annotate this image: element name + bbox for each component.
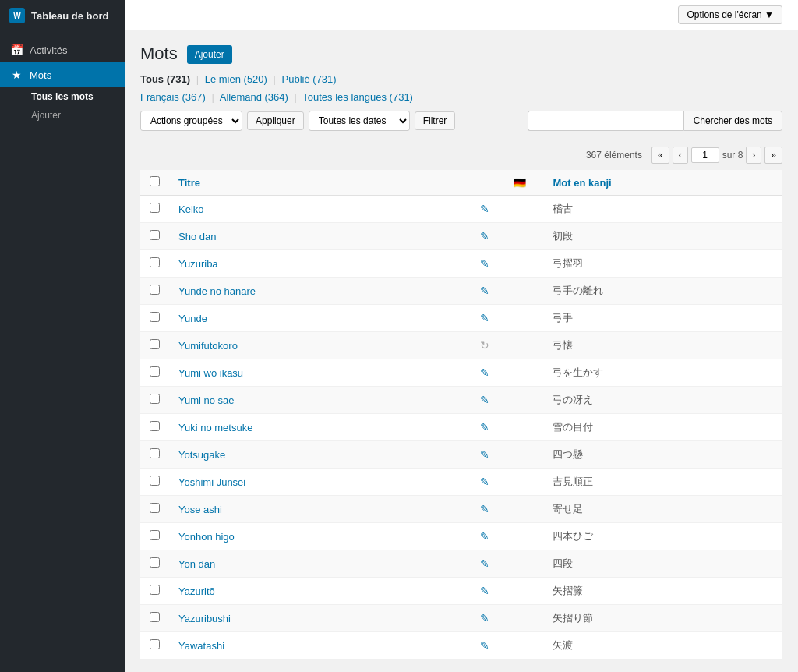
row-checkbox-5[interactable] bbox=[150, 312, 160, 322]
edit-icon[interactable]: ✎ bbox=[480, 557, 489, 570]
search-input[interactable] bbox=[528, 111, 683, 131]
word-title-link[interactable]: Yawatashi bbox=[178, 640, 224, 652]
calendar-icon: 📅 bbox=[9, 44, 23, 56]
edit-icon[interactable]: ✎ bbox=[480, 503, 489, 515]
kanji-cell: 弓手の離れ bbox=[543, 278, 782, 305]
col-header-kanji[interactable]: Mot en kanji bbox=[543, 170, 782, 196]
edit-icon[interactable]: ✎ bbox=[480, 612, 489, 624]
table-row: Yawatashi✎矢渡 bbox=[140, 632, 782, 660]
col-header-title[interactable]: Titre bbox=[169, 170, 465, 196]
word-title-link[interactable]: Yumi no sae bbox=[178, 394, 235, 406]
row-checkbox-2[interactable] bbox=[150, 230, 160, 240]
edit-icon[interactable]: ✎ bbox=[480, 285, 489, 297]
word-title-link[interactable]: Keiko bbox=[178, 203, 204, 215]
word-title-link[interactable]: Yazuribushi bbox=[178, 613, 231, 624]
word-title-link[interactable]: Yoshimi Junsei bbox=[178, 476, 245, 488]
row-checkbox-4[interactable] bbox=[150, 285, 160, 295]
edit-icon[interactable]: ✎ bbox=[480, 448, 489, 461]
row-checkbox-16[interactable] bbox=[150, 612, 160, 622]
options-de-lecran-button[interactable]: Options de l'écran ▼ bbox=[678, 5, 782, 24]
sidebar-logo[interactable]: W Tableau de bord bbox=[0, 0, 125, 31]
filter-le-mien[interactable]: Le mien (520) bbox=[205, 73, 267, 85]
edit-icon[interactable]: ✎ bbox=[480, 530, 489, 543]
table-row: Yumi wo ikasu✎弓を生かす bbox=[140, 359, 782, 387]
main-content: Options de l'écran ▼ Mots Ajouter Tous (… bbox=[125, 0, 798, 672]
row-checkbox-3[interactable] bbox=[150, 257, 160, 267]
row-checkbox-9[interactable] bbox=[150, 421, 160, 431]
edit-icon[interactable]: ✎ bbox=[480, 421, 489, 433]
row-checkbox-6[interactable] bbox=[150, 339, 160, 349]
row-checkbox-10[interactable] bbox=[150, 448, 160, 458]
prev-page-button[interactable]: ‹ bbox=[673, 147, 688, 164]
word-title-link[interactable]: Yonhon higo bbox=[178, 531, 235, 543]
page-number-input[interactable] bbox=[691, 147, 719, 163]
table-row: Yuzuriba✎弓擢羽 bbox=[140, 250, 782, 278]
table-row: Yumi no sae✎弓の冴え bbox=[140, 387, 782, 414]
search-button[interactable]: Chercher des mots bbox=[683, 111, 782, 131]
word-title-link[interactable]: Yunde bbox=[178, 313, 207, 324]
table-body: Keiko✎稽古Sho dan✎初段Yuzuriba✎弓擢羽Yunde no h… bbox=[140, 196, 782, 660]
word-title-link[interactable]: Yuzuriba bbox=[178, 258, 218, 270]
row-checkbox-17[interactable] bbox=[150, 639, 160, 649]
row-checkbox-14[interactable] bbox=[150, 557, 160, 568]
sidebar-logo-text: Tableau de bord bbox=[31, 10, 108, 22]
row-checkbox-12[interactable] bbox=[150, 503, 160, 513]
table-row: Yotsugake✎四つ懸 bbox=[140, 441, 782, 469]
edit-icon[interactable]: ✎ bbox=[480, 585, 489, 597]
table-row: Yuki no metsuke✎雪の目付 bbox=[140, 414, 782, 441]
table-row: Yunde✎弓手 bbox=[140, 305, 782, 332]
next-page-button[interactable]: › bbox=[746, 147, 761, 164]
word-title-link[interactable]: Yumi wo ikasu bbox=[178, 367, 243, 379]
last-page-button[interactable]: » bbox=[764, 147, 782, 164]
col-header-edit bbox=[465, 170, 504, 196]
word-title-link[interactable]: Yuki no metsuke bbox=[178, 422, 252, 433]
filter-tous[interactable]: Tous (731) bbox=[140, 73, 190, 85]
word-title-link[interactable]: Yon dan bbox=[178, 558, 215, 570]
row-checkbox-7[interactable] bbox=[150, 366, 160, 377]
search-area: Chercher des mots bbox=[528, 111, 782, 131]
select-all-checkbox[interactable] bbox=[150, 176, 160, 186]
filter-francais[interactable]: Français (367) bbox=[140, 91, 206, 103]
sync-icon[interactable]: ↻ bbox=[480, 339, 489, 352]
actions-groupees-select[interactable]: Actions groupées Modifier Supprimer bbox=[140, 111, 242, 131]
word-title-link[interactable]: Yazuritō bbox=[178, 585, 215, 597]
filter-allemand[interactable]: Allemand (364) bbox=[220, 91, 288, 103]
edit-icon[interactable]: ✎ bbox=[480, 312, 489, 324]
sidebar-item-activites[interactable]: 📅 Activités bbox=[0, 37, 125, 62]
apply-button[interactable]: Appliquer bbox=[247, 111, 304, 130]
edit-icon[interactable]: ✎ bbox=[480, 476, 489, 488]
kanji-cell: 弓を生かす bbox=[543, 359, 782, 387]
german-flag-icon: 🇩🇪 bbox=[514, 177, 526, 189]
add-button[interactable]: Ajouter bbox=[187, 45, 232, 64]
row-checkbox-8[interactable] bbox=[150, 394, 160, 404]
row-checkbox-15[interactable] bbox=[150, 585, 160, 595]
sidebar-subitem-tous-les-mots[interactable]: Tous les mots bbox=[22, 87, 125, 106]
edit-icon[interactable]: ✎ bbox=[480, 394, 489, 406]
word-title-link[interactable]: Yose ashi bbox=[178, 504, 222, 515]
elements-count: 367 éléments bbox=[586, 150, 642, 161]
edit-icon[interactable]: ✎ bbox=[480, 257, 489, 270]
row-checkbox-11[interactable] bbox=[150, 476, 160, 486]
kanji-cell: 弓の冴え bbox=[543, 387, 782, 414]
wp-logo-icon: W bbox=[9, 8, 25, 23]
dates-select[interactable]: Toutes les dates bbox=[309, 111, 410, 131]
row-checkbox-13[interactable] bbox=[150, 530, 160, 540]
edit-icon[interactable]: ✎ bbox=[480, 230, 489, 242]
sidebar-item-mots[interactable]: ★ Mots bbox=[0, 62, 125, 87]
sidebar-subitem-ajouter[interactable]: Ajouter bbox=[22, 106, 125, 125]
edit-icon[interactable]: ✎ bbox=[480, 366, 489, 379]
edit-icon[interactable]: ✎ bbox=[480, 639, 489, 652]
page-title-row: Mots Ajouter bbox=[140, 43, 782, 65]
word-title-link[interactable]: Yunde no hanare bbox=[178, 285, 256, 297]
pagination-row: 367 éléments « ‹ sur 8 › » bbox=[140, 147, 782, 164]
filter-button[interactable]: Filtrer bbox=[415, 111, 456, 130]
toolbar: Actions groupées Modifier Supprimer Appl… bbox=[140, 111, 455, 131]
row-checkbox-1[interactable] bbox=[150, 203, 160, 213]
filter-publie[interactable]: Publié (731) bbox=[282, 73, 337, 85]
word-title-link[interactable]: Yumifutokoro bbox=[178, 340, 238, 352]
word-title-link[interactable]: Yotsugake bbox=[178, 449, 225, 461]
word-title-link[interactable]: Sho dan bbox=[178, 231, 216, 242]
first-page-button[interactable]: « bbox=[651, 147, 669, 164]
edit-icon[interactable]: ✎ bbox=[480, 203, 489, 215]
filter-toutes-langues[interactable]: Toutes les langues (731) bbox=[302, 91, 413, 103]
